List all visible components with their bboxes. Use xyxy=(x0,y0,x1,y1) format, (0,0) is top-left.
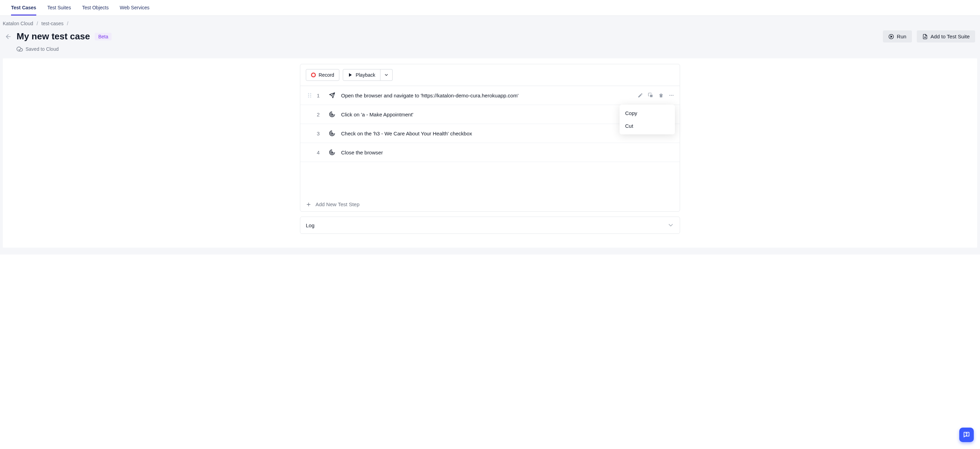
svg-point-8 xyxy=(308,95,309,96)
arrow-left-icon xyxy=(5,33,12,40)
title-row: My new test case Beta Run Add to Test Su… xyxy=(0,29,980,44)
editor-panel: Record Playback xyxy=(300,64,680,212)
step-index: 1 xyxy=(313,92,323,98)
record-label: Record xyxy=(318,72,334,78)
run-button[interactable]: Run xyxy=(883,30,912,43)
svg-marker-5 xyxy=(349,73,352,77)
navigate-icon xyxy=(323,92,341,98)
step-index: 2 xyxy=(313,111,323,117)
svg-rect-14 xyxy=(650,95,652,97)
step-index: 4 xyxy=(313,149,323,155)
context-menu-cut[interactable]: Cut xyxy=(620,119,675,132)
step-index: 3 xyxy=(313,130,323,136)
play-icon xyxy=(348,73,353,77)
svg-point-19 xyxy=(332,133,333,134)
record-button[interactable]: Record xyxy=(306,69,339,81)
step-description: Open the browser and navigate to 'https:… xyxy=(341,92,638,98)
add-to-suite-button[interactable]: Add to Test Suite xyxy=(917,30,975,43)
svg-point-20 xyxy=(332,152,333,153)
tab-test-cases[interactable]: Test Cases xyxy=(11,0,36,16)
breadcrumb-sep: / xyxy=(67,21,68,26)
svg-point-16 xyxy=(671,95,672,96)
step-description: Close the browser xyxy=(341,149,674,155)
content-area: Record Playback xyxy=(3,59,977,248)
chevron-down-icon xyxy=(384,73,389,77)
svg-point-9 xyxy=(310,95,311,96)
editor-toolbar: Record Playback xyxy=(300,64,680,86)
pencil-icon xyxy=(638,92,643,98)
svg-point-15 xyxy=(669,95,670,96)
copy-step-button[interactable] xyxy=(648,92,654,98)
step-row[interactable]: 1 Open the browser and navigate to 'http… xyxy=(300,86,680,105)
saved-status-label: Saved to Cloud xyxy=(25,46,59,52)
page-title: My new test case xyxy=(17,31,90,42)
breadcrumb-item[interactable]: test-cases xyxy=(41,21,64,26)
add-step-button[interactable]: Add New Test Step xyxy=(300,193,680,211)
play-circle-icon xyxy=(888,34,894,40)
svg-point-10 xyxy=(308,97,309,98)
playback-button[interactable]: Playback xyxy=(343,69,380,81)
tabs-bar: Test Cases Test Suites Test Objects Web … xyxy=(0,0,980,16)
log-panel[interactable]: Log xyxy=(300,217,680,234)
more-horizontal-icon xyxy=(669,92,674,98)
target-icon xyxy=(323,111,341,117)
plus-icon xyxy=(306,202,311,207)
svg-point-17 xyxy=(673,95,673,96)
back-button[interactable] xyxy=(5,33,12,40)
tab-test-objects[interactable]: Test Objects xyxy=(82,0,108,16)
drag-handle-icon[interactable] xyxy=(306,92,313,98)
steps-list: 1 Open the browser and navigate to 'http… xyxy=(300,86,680,211)
trash-icon xyxy=(658,92,664,98)
svg-point-6 xyxy=(308,93,309,94)
beta-badge: Beta xyxy=(95,33,111,40)
log-panel-label: Log xyxy=(306,222,315,228)
target-icon xyxy=(323,130,341,136)
context-menu: Copy Cut xyxy=(620,105,675,134)
svg-point-7 xyxy=(310,93,311,94)
breadcrumb-item[interactable]: Katalon Cloud xyxy=(3,21,33,26)
tab-web-services[interactable]: Web Services xyxy=(119,0,149,16)
delete-step-button[interactable] xyxy=(658,92,664,98)
record-icon xyxy=(311,73,316,77)
add-step-label: Add New Test Step xyxy=(315,201,360,207)
svg-marker-2 xyxy=(891,36,892,37)
saved-status: Saved to Cloud xyxy=(0,44,980,59)
breadcrumb: Katalon Cloud / test-cases / xyxy=(0,16,980,29)
chevron-down-icon xyxy=(667,222,674,228)
tab-test-suites[interactable]: Test Suites xyxy=(47,0,71,16)
edit-step-button[interactable] xyxy=(638,92,643,98)
playback-dropdown[interactable] xyxy=(380,69,393,81)
playback-label: Playback xyxy=(356,72,375,78)
copy-icon xyxy=(648,92,654,98)
add-to-suite-label: Add to Test Suite xyxy=(931,33,970,40)
context-menu-copy[interactable]: Copy xyxy=(620,107,675,119)
more-step-button[interactable] xyxy=(669,92,674,98)
svg-point-18 xyxy=(332,114,333,115)
step-row[interactable]: 4 Close the browser xyxy=(300,143,680,162)
svg-point-11 xyxy=(310,97,311,98)
breadcrumb-sep: / xyxy=(37,21,38,26)
run-button-label: Run xyxy=(897,33,907,40)
target-icon xyxy=(323,149,341,155)
file-plus-icon xyxy=(922,34,928,40)
cloud-check-icon xyxy=(17,46,23,52)
